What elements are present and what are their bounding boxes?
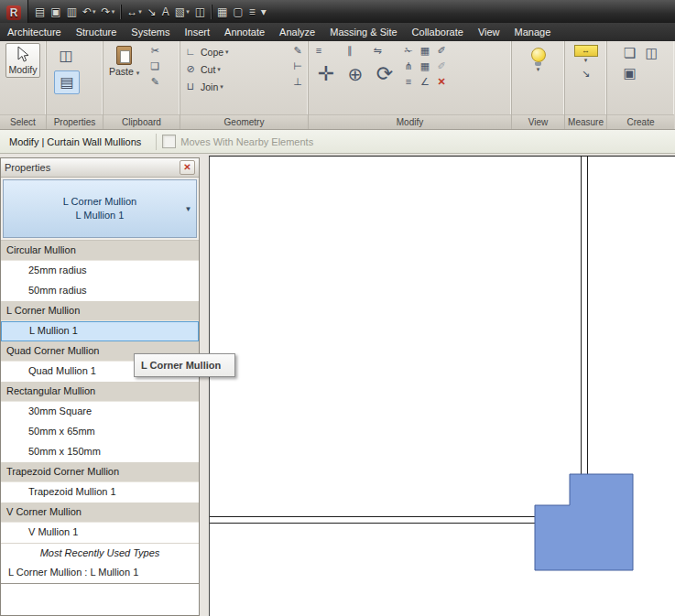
schedule-icon[interactable]: ▦ <box>215 4 229 20</box>
panel-label-properties[interactable]: Properties <box>47 114 103 129</box>
cope-button[interactable]: ∟ Cope ▾ <box>182 43 289 60</box>
chevron-down-icon[interactable]: ▼ <box>182 182 194 235</box>
tab-annotate[interactable]: Annotate <box>217 23 272 41</box>
measure-dropdown-icon: ▾ <box>584 57 588 64</box>
mirror-icon[interactable]: ⇋ <box>369 43 386 59</box>
type-list-item[interactable]: 50mm x 65mm <box>1 422 199 442</box>
close-icon[interactable]: ✕ <box>180 160 195 175</box>
type-group-header[interactable]: Trapezoid Corner Mullion <box>1 462 199 482</box>
text-icon[interactable]: A <box>160 4 171 20</box>
qat-separator <box>211 5 212 19</box>
paint-icon[interactable]: ✎ <box>289 43 306 59</box>
panel-label-create[interactable]: Create <box>607 114 674 129</box>
match-type-icon[interactable]: ✎ <box>147 74 163 90</box>
type-list-item[interactable]: Trapezoid Mullion 1 <box>1 482 199 503</box>
tab-analyze[interactable]: Analyze <box>272 23 322 41</box>
unpin-icon[interactable]: ✐ <box>433 59 450 74</box>
type-list-item[interactable]: V Mullion 1 <box>1 523 199 543</box>
options-bar: Modify | Curtain Wall Mullions Moves Wit… <box>0 130 675 154</box>
print-icon[interactable]: ▥ <box>65 4 79 20</box>
cut-dropdown-icon: ▾ <box>217 66 221 73</box>
modify-button[interactable]: Modify <box>5 43 41 78</box>
wall-joins-icon[interactable]: ⊢ <box>289 59 306 74</box>
group-icon[interactable]: ▦ <box>417 59 433 74</box>
hide-elements-button[interactable]: ▾ <box>528 43 550 76</box>
measure-icon[interactable]: ↔▾ <box>125 4 144 20</box>
properties-palette-body <box>1 584 199 615</box>
join-label: Join <box>201 81 218 92</box>
type-list-item[interactable]: 25mm radius <box>1 261 199 281</box>
paste-button[interactable]: Paste ▾ <box>105 43 143 80</box>
type-properties-icon[interactable]: ▤ <box>54 70 80 94</box>
offset-icon[interactable]: ∥ <box>342 43 358 59</box>
type-group-header[interactable]: Rectangular Mullion <box>1 382 199 402</box>
panel-label-modify[interactable]: Modify <box>309 114 511 129</box>
array-icon[interactable]: ▦ <box>417 43 433 59</box>
moves-with-nearby-checkbox[interactable] <box>162 135 176 148</box>
thin-lines-icon[interactable]: ≡ <box>247 4 257 20</box>
tab-insert[interactable]: Insert <box>178 23 218 41</box>
properties-palette-icon[interactable]: ◫ <box>54 45 78 67</box>
save-icon[interactable]: ▣ <box>49 4 62 20</box>
create-similar-icon[interactable]: ▣ <box>619 63 641 83</box>
type-list-item[interactable]: L Mullion 1 <box>1 321 199 341</box>
selected-mullion-element[interactable] <box>535 474 633 570</box>
cut-to-clipboard-icon[interactable]: ✂ <box>147 43 163 59</box>
cut-geometry-button[interactable]: ⊘ Cut ▾ <box>182 60 289 78</box>
cut-geometry-label: Cut <box>201 64 215 75</box>
tab-manage[interactable]: Manage <box>507 23 559 41</box>
drawing-area[interactable] <box>209 156 675 616</box>
align-dimension-icon[interactable]: ≡ <box>400 74 417 90</box>
type-selector[interactable]: L Corner Mullion L Mullion 1 ▼ <box>3 179 197 238</box>
default-3d-view-icon[interactable]: ▧▾ <box>173 4 191 20</box>
join-button[interactable]: ⊔ Join ▾ <box>182 78 289 95</box>
properties-palette-header[interactable]: Properties ✕ <box>1 158 199 178</box>
close-hidden-windows-icon[interactable]: ▢ <box>231 4 245 20</box>
panel-label-view[interactable]: View <box>512 114 564 129</box>
copy-to-clipboard-icon[interactable]: ❏ <box>147 59 163 74</box>
demolish-icon[interactable]: ⊥ <box>289 74 306 90</box>
redo-icon[interactable]: ↷▾ <box>100 4 117 20</box>
scale-icon[interactable]: ∠ <box>417 74 433 90</box>
panel-label-geometry[interactable]: Geometry <box>180 114 308 129</box>
delete-icon[interactable]: ✕ <box>433 74 450 90</box>
aligned-dimension-tool-icon[interactable]: ↘ <box>578 66 594 81</box>
options-separator <box>156 134 157 150</box>
measure-button[interactable]: ↔ ▾ <box>572 43 600 66</box>
rotate-icon[interactable]: ⟳ <box>369 59 400 90</box>
tab-systems[interactable]: Systems <box>124 23 177 41</box>
modify-cursor-icon <box>16 46 30 63</box>
trim-icon[interactable]: ✁ <box>400 43 417 59</box>
paste-button-label: Paste <box>109 66 134 77</box>
tab-architecture[interactable]: Architecture <box>0 23 69 41</box>
align-icon[interactable]: ≡ <box>310 43 327 59</box>
create-assembly-icon[interactable]: ◫ <box>641 43 663 63</box>
tab-massing-site[interactable]: Massing & Site <box>322 23 404 41</box>
type-group-header[interactable]: Most Recently Used Types <box>1 543 199 563</box>
copy-icon[interactable]: ⊕ <box>342 59 369 90</box>
undo-icon[interactable]: ↶▾ <box>81 4 98 20</box>
tab-structure[interactable]: Structure <box>69 23 125 41</box>
tab-collaborate[interactable]: Collaborate <box>405 23 471 41</box>
aligned-dimension-icon[interactable]: ↘ <box>146 4 158 20</box>
open-icon[interactable]: ▤ <box>33 4 47 20</box>
properties-palette: Properties ✕ L Corner Mullion L Mullion … <box>0 157 200 616</box>
customize-quick-access-icon[interactable]: ▾ <box>259 4 268 20</box>
tab-view[interactable]: View <box>471 23 507 41</box>
type-group-header[interactable]: V Corner Mullion <box>1 503 199 523</box>
type-list-item[interactable]: L Corner Mullion : L Mullion 1 <box>1 563 199 583</box>
type-group-header[interactable]: L Corner Mullion <box>1 301 199 321</box>
type-list-item[interactable]: 30mm Square <box>1 402 199 422</box>
split-icon[interactable]: ⋔ <box>400 59 417 74</box>
panel-label-clipboard[interactable]: Clipboard <box>103 114 180 129</box>
type-list-item[interactable]: 50mm x 150mm <box>1 442 199 462</box>
application-menu-button[interactable]: R <box>0 0 28 23</box>
pin-icon[interactable]: ✐ <box>433 43 450 59</box>
panel-label-measure[interactable]: Measure <box>565 114 606 129</box>
type-list-item[interactable]: 50mm radius <box>1 281 199 301</box>
type-group-header[interactable]: Circular Mullion <box>1 241 199 261</box>
panel-label-select[interactable]: Select <box>0 114 46 129</box>
move-icon[interactable]: ✛ <box>310 59 342 90</box>
section-icon[interactable]: ◫ <box>193 4 207 20</box>
create-group-icon[interactable]: ❏ <box>619 43 641 63</box>
